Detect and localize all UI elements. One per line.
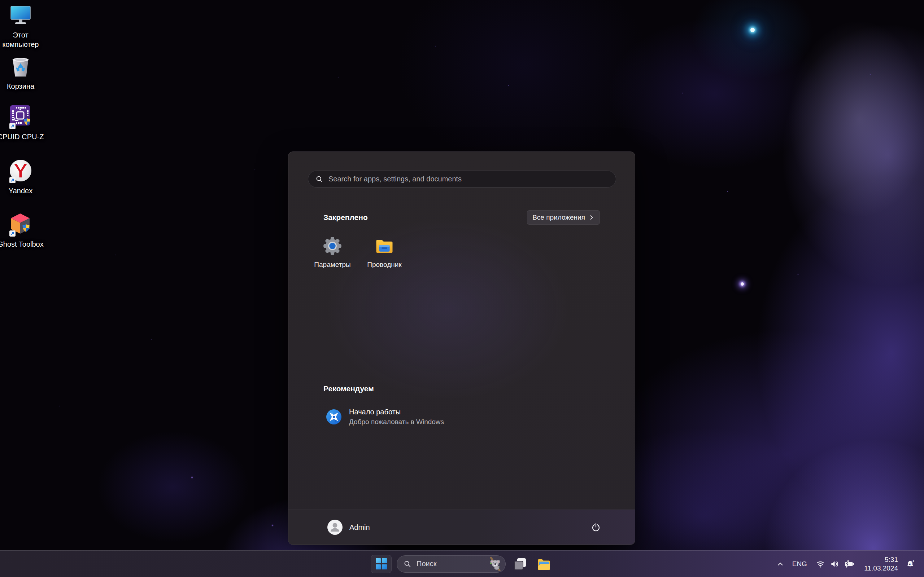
taskbar-search-input[interactable] [417, 560, 482, 568]
tray-chevron-up-icon[interactable] [772, 555, 788, 573]
taskbar-search-box[interactable] [397, 555, 506, 573]
search-icon [404, 560, 412, 568]
shortcut-arrow-badge [10, 123, 16, 129]
shortcut-arrow-badge [10, 177, 16, 183]
system-tray: ENG [772, 551, 924, 577]
chevron-right-icon [589, 214, 594, 220]
taskbar-center-icons [371, 551, 553, 577]
desktop-icon-yandex[interactable]: Yandex [0, 160, 44, 195]
start-menu-search-input[interactable] [328, 175, 609, 183]
desktop-icon-label: Этот компьютер [0, 30, 44, 49]
this-pc-icon [9, 3, 32, 27]
volume-icon [830, 559, 839, 569]
svg-text:z: z [909, 562, 911, 566]
recommended-section-header: Рекомендуем [323, 384, 374, 393]
desktop-icon-label: CPUID CPU-Z [0, 132, 44, 141]
recommended-item-get-started[interactable]: Начало работы Добро пожаловать в Windows [320, 403, 490, 431]
clock-date: 11.03.2024 [864, 564, 898, 573]
file-explorer-button[interactable] [535, 555, 553, 573]
task-view-icon [513, 557, 527, 571]
desktop-icon-this-pc[interactable]: Этот компьютер [0, 3, 44, 49]
pinned-apps-grid: Параметры Проводник [307, 233, 618, 270]
pinned-app-label: Параметры [314, 261, 351, 269]
pinned-app-label: Проводник [367, 261, 401, 269]
user-account-button[interactable]: Admin [324, 516, 373, 538]
bright-violet-star [741, 282, 744, 285]
desktop-icon-cpu-z[interactable]: CPUID CPU-Z [0, 105, 44, 141]
battery-charging-icon [844, 559, 855, 569]
explorer-folder-icon [375, 236, 394, 257]
language-indicator[interactable]: ENG [788, 556, 811, 572]
power-button[interactable] [588, 519, 604, 535]
search-highlight-koala-icon [487, 557, 502, 571]
start-button[interactable] [371, 555, 392, 573]
cpu-z-icon [9, 105, 32, 129]
start-menu-footer: Admin [288, 509, 635, 545]
recommended-section-title: Рекомендуем [323, 384, 374, 393]
star-field [0, 0, 1, 1]
recommended-item-title: Начало работы [349, 408, 444, 416]
pinned-section-header: Закреплено Все приложения [323, 210, 600, 225]
get-started-icon [325, 408, 342, 425]
desktop-icon-label: Ghost Toolbox [0, 239, 44, 249]
file-explorer-icon [536, 556, 551, 572]
pinned-app-explorer[interactable]: Проводник [359, 233, 410, 270]
bell-dnd-icon: z z [906, 559, 916, 569]
settings-gear-icon [323, 236, 342, 257]
user-avatar [327, 519, 343, 535]
recommended-item-subtitle: Добро пожаловать в Windows [349, 418, 444, 426]
wifi-icon [816, 559, 825, 569]
desktop-icon-ghost-toolbox[interactable]: Ghost Toolbox [0, 213, 44, 249]
windows-logo-icon [376, 558, 387, 569]
desktop-icon-label: Корзина [7, 82, 34, 91]
all-apps-button-label: Все приложения [532, 213, 585, 221]
svg-text:z: z [913, 559, 914, 562]
start-menu-search-box[interactable] [308, 171, 616, 187]
clock-time: 5:31 [864, 555, 898, 564]
desktop-icon-recycle-bin[interactable]: Корзина [0, 55, 44, 91]
desktop-icon-label: Yandex [9, 186, 32, 195]
notification-bell-button[interactable]: z z [902, 555, 919, 573]
bright-cyan-star [750, 28, 755, 32]
clock[interactable]: 5:31 11.03.2024 [860, 555, 902, 573]
taskbar: ENG [0, 550, 924, 577]
pinned-app-settings[interactable]: Параметры [307, 233, 359, 270]
search-icon [315, 175, 323, 183]
start-menu: Закреплено Все приложения [288, 152, 635, 545]
power-icon [591, 522, 601, 532]
all-apps-button[interactable]: Все приложения [527, 210, 600, 225]
user-name-label: Admin [349, 523, 370, 532]
shortcut-arrow-badge [10, 230, 16, 237]
recycle-bin-icon [10, 55, 32, 79]
task-view-button[interactable] [511, 555, 530, 573]
recommended-item-text: Начало работы Добро пожаловать в Windows [349, 408, 444, 426]
yandex-browser-icon [9, 160, 32, 183]
pinned-section-title: Закреплено [323, 213, 368, 222]
ghost-toolbox-icon [9, 213, 32, 237]
tray-status-icons[interactable] [811, 559, 860, 569]
